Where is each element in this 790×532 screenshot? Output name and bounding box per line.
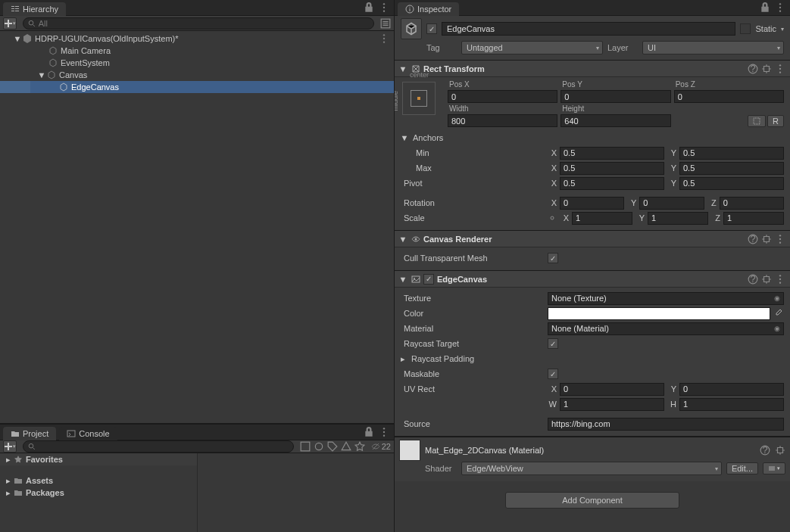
foldout-icon[interactable]: ▼ [14,35,21,42]
hierarchy-item[interactable]: ▼ Canvas [0,69,394,81]
canvas-renderer-header[interactable]: ▼ Canvas Renderer ? [395,231,790,247]
scale-y-field[interactable]: 1 [648,212,708,225]
project-search[interactable] [23,440,294,453]
pivot-x-field[interactable]: 0.5 [560,177,664,190]
raycast-target-checkbox[interactable]: ✓ [548,338,558,349]
foldout-icon[interactable]: ▼ [38,71,45,79]
hierarchy-filter-icon[interactable] [380,18,391,29]
help-icon[interactable]: ? [760,445,770,456]
component-menu-icon[interactable] [775,64,785,74]
static-dropdown-icon[interactable]: ▾ [781,26,784,33]
panel-menu-icon[interactable] [775,2,785,13]
edit-shader-button[interactable]: Edit... [726,462,758,474]
anchor-max-x-field[interactable]: 0.5 [560,162,664,175]
project-create-button[interactable]: ▾ [3,440,17,453]
maskable-checkbox[interactable]: ✓ [548,369,558,379]
rot-y-field[interactable]: 0 [639,197,704,210]
blueprint-mode-button[interactable] [748,115,766,127]
help-icon[interactable]: ? [748,64,758,74]
anchor-min-x-field[interactable]: 0.5 [560,147,664,160]
scene-menu-icon[interactable] [379,33,389,44]
scale-z-field[interactable]: 1 [723,212,784,225]
foldout-icon[interactable]: ▼ [399,235,407,243]
preset-icon[interactable] [775,445,785,456]
project-search-input[interactable] [39,442,289,451]
anchor-preset-button[interactable] [402,82,436,115]
panel-lock-icon[interactable] [760,2,770,13]
color-field[interactable] [548,307,770,320]
pivot-y-field[interactable]: 0.5 [679,177,784,190]
posx-field[interactable]: 0 [448,90,557,103]
width-field[interactable]: 800 [448,114,557,127]
hidden-count[interactable]: 22 [371,442,391,451]
component-menu-icon[interactable] [775,234,785,244]
raw-edit-button[interactable]: R [767,115,784,127]
packages-row[interactable]: ▸ Packages [0,487,197,499]
gameobject-icon-button[interactable] [401,18,422,39]
material-field[interactable]: None (Material) [548,322,784,335]
panel-menu-icon[interactable] [379,2,389,13]
scene-row[interactable]: ▼ HDRP-UGUICanvas(OldInputSystem)* [0,33,394,45]
filter-tag-icon[interactable] [327,441,338,452]
edgecanvas-header[interactable]: ▼ ✓ EdgeCanvas ? [395,271,790,288]
foldout-icon[interactable]: ▸ [5,477,12,484]
texture-field[interactable]: None (Texture) [548,292,784,305]
hierarchy-search[interactable] [23,17,374,30]
posz-field[interactable]: 0 [674,90,784,103]
create-button[interactable]: ▾ [3,17,17,30]
panel-lock-icon[interactable] [364,427,374,437]
material-preview[interactable] [399,440,420,461]
cull-checkbox[interactable]: ✓ [548,253,558,263]
eyedropper-icon[interactable] [772,307,784,320]
scale-x-field[interactable]: 1 [572,212,632,225]
rot-z-field[interactable]: 0 [720,197,784,210]
help-icon[interactable]: ? [748,234,758,244]
tag-dropdown[interactable]: Untagged [461,41,603,54]
component-menu-icon[interactable] [775,274,785,285]
console-tab[interactable]: Console [59,427,117,440]
help-icon[interactable]: ? [748,274,758,285]
edgecanvas-enabled-checkbox[interactable]: ✓ [423,274,434,285]
inspector-tab[interactable]: Inspector [398,2,459,16]
static-checkbox[interactable] [740,23,751,34]
foldout-icon[interactable]: ▼ [399,275,407,283]
rot-x-field[interactable]: 0 [560,197,624,210]
hierarchy-item[interactable]: EventSystem [0,57,394,69]
source-field[interactable]: https://bing.com [548,418,784,431]
link-scale-icon[interactable] [548,213,557,223]
filter-type-icon[interactable] [300,441,311,452]
active-checkbox[interactable]: ✓ [426,23,437,34]
uv-x-field[interactable]: 0 [560,383,664,396]
posy-field[interactable]: 0 [560,90,670,103]
hierarchy-search-input[interactable] [39,19,369,28]
preset-icon[interactable] [761,64,772,74]
gameobject-name-field[interactable]: EdgeCanvas [442,22,735,36]
assets-row[interactable]: ▸ Assets [0,474,197,487]
filter-star-icon[interactable] [354,441,365,452]
filter-label-icon[interactable] [314,441,324,452]
uv-y-field[interactable]: 0 [679,383,784,396]
project-tab[interactable]: Project [3,427,56,440]
preset-icon[interactable] [761,234,772,244]
foldout-icon[interactable]: ▼ [399,65,407,73]
height-field[interactable]: 640 [560,114,670,127]
foldout-icon[interactable]: ▼ [401,134,408,142]
hierarchy-item-selected[interactable]: EdgeCanvas [0,81,394,93]
foldout-icon[interactable]: ▸ [5,456,12,463]
anchor-max-y-field[interactable]: 0.5 [679,162,784,175]
panel-menu-icon[interactable] [379,427,389,437]
layer-dropdown[interactable]: UI [642,41,784,54]
favorites-row[interactable]: ▸ Favorites [0,453,197,465]
rect-transform-header[interactable]: ▼ Rect Transform ? [395,61,790,77]
foldout-icon[interactable]: ▸ [399,355,407,362]
anchor-min-y-field[interactable]: 0.5 [679,147,784,160]
preset-icon[interactable] [761,274,772,285]
foldout-icon[interactable]: ▸ [5,489,12,496]
shader-dropdown[interactable]: Edge/WebView [461,462,722,475]
shader-extra-button[interactable]: ▾ [763,462,785,474]
hierarchy-tab[interactable]: Hierarchy [3,2,66,16]
add-component-button[interactable]: Add Component [505,492,679,509]
uv-h-field[interactable]: 1 [679,398,784,411]
uv-w-field[interactable]: 1 [560,398,664,411]
panel-lock-icon[interactable] [364,2,374,13]
